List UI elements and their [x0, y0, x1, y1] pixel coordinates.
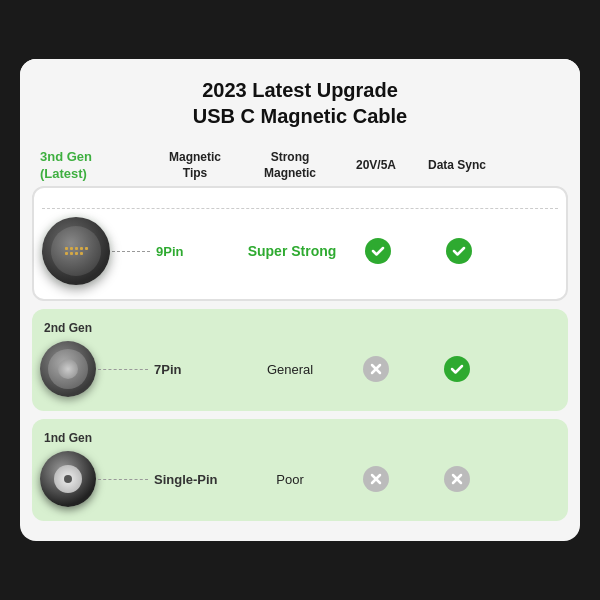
- gen1-datasync-cell: [412, 466, 502, 492]
- gen3-device-cell: [42, 217, 152, 285]
- gen3-device-img: [42, 217, 110, 285]
- gen2-row-block: 2nd Gen 7Pin General: [32, 309, 568, 411]
- gen2-device-cell: [40, 341, 150, 397]
- gen2-dashed-line: [98, 369, 148, 370]
- gen2-power-x-icon: [363, 356, 389, 382]
- gen3-power-check-icon: [365, 238, 391, 264]
- gen3-datasync-cell: [414, 238, 504, 264]
- comparison-card: 2023 Latest Upgrade USB C Magnetic Cable…: [20, 59, 580, 542]
- gen1-label: 1nd Gen: [40, 431, 560, 445]
- col-strong-magnetic: StrongMagnetic: [240, 150, 340, 181]
- gen2-device-img: [40, 341, 96, 397]
- gen3-pin-label: 9Pin: [152, 244, 242, 259]
- gen1-row-data: Single-Pin Poor: [40, 451, 560, 507]
- header-section: 2023 Latest Upgrade USB C Magnetic Cable: [20, 59, 580, 143]
- gen1-magnetic-quality: Poor: [240, 472, 340, 487]
- gen1-pin-label: Single-Pin: [150, 472, 240, 487]
- gen2-inner: [48, 349, 88, 389]
- gen3-row-data: 9Pin Super Strong: [42, 217, 558, 285]
- col-gen: 3nd Gen(Latest): [40, 149, 150, 183]
- gen1-inner: [54, 465, 82, 493]
- gen2-row-data: 7Pin General: [40, 341, 560, 397]
- col-data-sync: Data Sync: [412, 158, 502, 174]
- gen3-power-cell: [342, 238, 414, 264]
- gen2-datasync-check-icon: [444, 356, 470, 382]
- gen2-pin-label: 7Pin: [150, 362, 240, 377]
- gen3-dashed-line: [112, 251, 150, 252]
- gen1-power-x-icon: [363, 466, 389, 492]
- gen1-row-block: 1nd Gen Single-Pin Poor: [32, 419, 568, 521]
- gen3-magnetic-quality: Super Strong: [242, 243, 342, 259]
- col-magnetic-tips: MagneticTips: [150, 150, 240, 181]
- gen1-device-cell: [40, 451, 150, 507]
- gen2-datasync-cell: [412, 356, 502, 382]
- gen3-row-block: 9Pin Super Strong: [32, 186, 568, 301]
- gen2-center: [58, 359, 78, 379]
- gen2-label: 2nd Gen: [40, 321, 560, 335]
- main-title: 2023 Latest Upgrade USB C Magnetic Cable: [40, 77, 560, 129]
- gen1-center-dot: [64, 475, 72, 483]
- gen1-dashed-line: [98, 479, 148, 480]
- comparison-table: 3nd Gen(Latest) MagneticTips StrongMagne…: [20, 143, 580, 542]
- col-power: 20V/5A: [340, 158, 412, 174]
- gen1-datasync-x-icon: [444, 466, 470, 492]
- gen2-power-cell: [340, 356, 412, 382]
- title-line2: USB C Magnetic Cable: [193, 105, 407, 127]
- column-headers: 3nd Gen(Latest) MagneticTips StrongMagne…: [32, 143, 568, 187]
- gen3-inner: [51, 226, 101, 276]
- row-divider: [42, 208, 558, 209]
- title-line1: 2023 Latest Upgrade: [202, 79, 398, 101]
- gen3-pins: [65, 247, 88, 255]
- gen1-device-img: [40, 451, 96, 507]
- gen2-magnetic-quality: General: [240, 362, 340, 377]
- gen3-datasync-check-icon: [446, 238, 472, 264]
- gen1-power-cell: [340, 466, 412, 492]
